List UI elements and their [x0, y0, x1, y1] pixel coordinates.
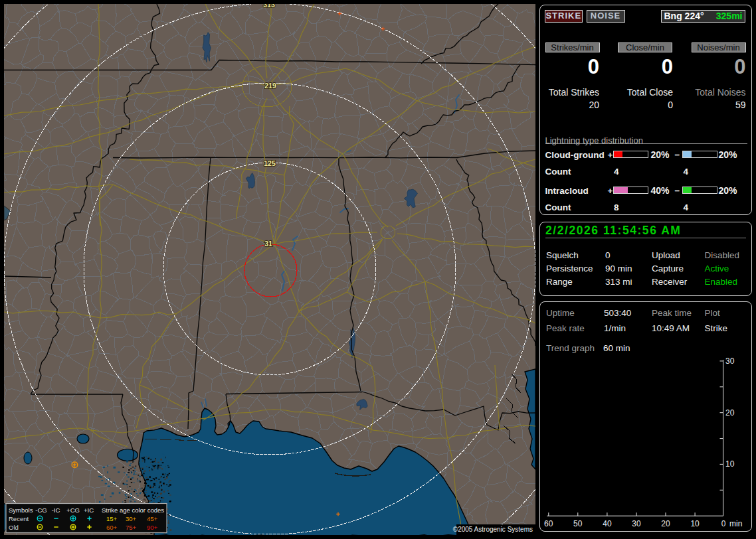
svg-text:©2005 Astrogenic Systems: ©2005 Astrogenic Systems	[453, 526, 533, 533]
svg-text:30: 30	[725, 356, 735, 366]
svg-text:min: min	[729, 519, 742, 528]
svg-text:45+: 45+	[147, 515, 158, 522]
svg-text:40: 40	[603, 519, 612, 528]
svg-text:50: 50	[573, 519, 583, 528]
svg-text:10: 10	[725, 459, 735, 469]
svg-text:-IC: -IC	[52, 506, 60, 514]
svg-text:+IC: +IC	[84, 506, 94, 514]
svg-text:0: 0	[721, 519, 726, 528]
svg-text:15+: 15+	[106, 515, 118, 522]
svg-text:60: 60	[544, 519, 553, 528]
svg-text:90+: 90+	[147, 524, 158, 531]
svg-text:20: 20	[661, 519, 670, 528]
svg-text:219: 219	[264, 82, 276, 90]
svg-text:31: 31	[264, 240, 272, 248]
svg-text:30: 30	[632, 519, 641, 528]
svg-text:313: 313	[263, 4, 275, 9]
svg-text:60+: 60+	[106, 524, 118, 531]
svg-text:30+: 30+	[126, 515, 137, 522]
svg-text:+CG: +CG	[66, 506, 80, 514]
svg-text:-CG: -CG	[35, 506, 47, 514]
svg-text:125: 125	[264, 159, 276, 167]
svg-text:10: 10	[690, 519, 700, 528]
svg-text:Strike age color codes: Strike age color codes	[102, 506, 164, 514]
svg-text:75+: 75+	[126, 524, 137, 531]
svg-text:Recent: Recent	[9, 515, 29, 522]
svg-text:Symbols: Symbols	[9, 506, 33, 514]
svg-text:Old: Old	[9, 524, 19, 531]
svg-text:20: 20	[725, 408, 735, 418]
